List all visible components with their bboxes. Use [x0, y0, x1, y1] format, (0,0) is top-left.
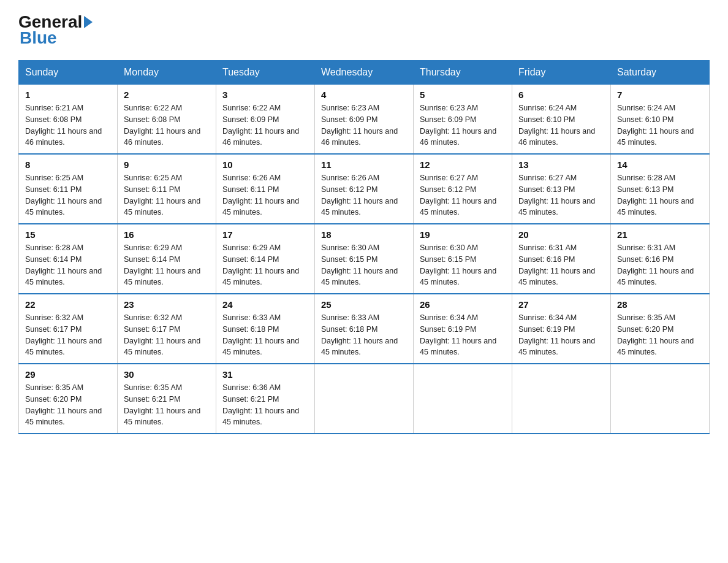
header-wednesday: Wednesday — [315, 61, 414, 85]
day-info: Sunrise: 6:35 AMSunset: 6:20 PMDaylight:… — [25, 382, 111, 428]
day-number: 27 — [518, 299, 604, 310]
calendar-cell: 19 Sunrise: 6:30 AMSunset: 6:15 PMDaylig… — [414, 224, 512, 294]
day-info: Sunrise: 6:27 AMSunset: 6:13 PMDaylight:… — [518, 172, 604, 218]
day-number: 25 — [321, 299, 407, 310]
day-info: Sunrise: 6:28 AMSunset: 6:14 PMDaylight:… — [25, 242, 111, 288]
calendar-cell: 1 Sunrise: 6:21 AMSunset: 6:08 PMDayligh… — [19, 85, 118, 155]
calendar-cell: 30 Sunrise: 6:35 AMSunset: 6:21 PMDaylig… — [118, 364, 216, 434]
calendar-cell: 5 Sunrise: 6:23 AMSunset: 6:09 PMDayligh… — [414, 85, 512, 155]
calendar-cell: 7 Sunrise: 6:24 AMSunset: 6:10 PMDayligh… — [611, 85, 710, 155]
day-number: 11 — [321, 159, 407, 170]
day-info: Sunrise: 6:24 AMSunset: 6:10 PMDaylight:… — [617, 102, 703, 148]
day-number: 8 — [25, 159, 111, 170]
calendar-cell: 27 Sunrise: 6:34 AMSunset: 6:19 PMDaylig… — [512, 294, 611, 364]
day-number: 2 — [124, 90, 210, 100]
day-number: 5 — [420, 90, 506, 100]
logo: General Blue — [18, 12, 94, 48]
logo-arrow-icon — [84, 16, 93, 28]
day-info: Sunrise: 6:27 AMSunset: 6:12 PMDaylight:… — [420, 172, 506, 218]
day-number: 24 — [222, 299, 308, 310]
day-number: 18 — [321, 229, 407, 240]
day-info: Sunrise: 6:34 AMSunset: 6:19 PMDaylight:… — [420, 312, 506, 358]
calendar-cell: 23 Sunrise: 6:32 AMSunset: 6:17 PMDaylig… — [118, 294, 216, 364]
calendar-cell: 8 Sunrise: 6:25 AMSunset: 6:11 PMDayligh… — [19, 154, 118, 224]
calendar-table: SundayMondayTuesdayWednesdayThursdayFrid… — [18, 60, 710, 434]
day-info: Sunrise: 6:32 AMSunset: 6:17 PMDaylight:… — [124, 312, 210, 358]
day-number: 7 — [617, 90, 703, 100]
day-info: Sunrise: 6:26 AMSunset: 6:12 PMDaylight:… — [321, 172, 407, 218]
day-info: Sunrise: 6:24 AMSunset: 6:10 PMDaylight:… — [518, 102, 604, 148]
day-number: 19 — [420, 229, 506, 240]
day-info: Sunrise: 6:35 AMSunset: 6:20 PMDaylight:… — [617, 312, 703, 358]
day-info: Sunrise: 6:33 AMSunset: 6:18 PMDaylight:… — [222, 312, 308, 358]
calendar-cell: 31 Sunrise: 6:36 AMSunset: 6:21 PMDaylig… — [216, 364, 315, 434]
calendar-cell: 22 Sunrise: 6:32 AMSunset: 6:17 PMDaylig… — [19, 294, 118, 364]
day-number: 22 — [25, 299, 111, 310]
calendar-cell: 25 Sunrise: 6:33 AMSunset: 6:18 PMDaylig… — [315, 294, 414, 364]
calendar-cell: 11 Sunrise: 6:26 AMSunset: 6:12 PMDaylig… — [315, 154, 414, 224]
calendar-cell: 16 Sunrise: 6:29 AMSunset: 6:14 PMDaylig… — [118, 224, 216, 294]
logo-blue-text: Blue — [18, 28, 57, 48]
calendar-cell: 3 Sunrise: 6:22 AMSunset: 6:09 PMDayligh… — [216, 85, 315, 155]
day-info: Sunrise: 6:23 AMSunset: 6:09 PMDaylight:… — [321, 102, 407, 148]
calendar-week-row: 22 Sunrise: 6:32 AMSunset: 6:17 PMDaylig… — [19, 294, 710, 364]
calendar-cell: 6 Sunrise: 6:24 AMSunset: 6:10 PMDayligh… — [512, 85, 611, 155]
calendar-cell: 12 Sunrise: 6:27 AMSunset: 6:12 PMDaylig… — [414, 154, 512, 224]
calendar-cell: 21 Sunrise: 6:31 AMSunset: 6:16 PMDaylig… — [611, 224, 710, 294]
day-info: Sunrise: 6:25 AMSunset: 6:11 PMDaylight:… — [25, 172, 111, 218]
day-info: Sunrise: 6:33 AMSunset: 6:18 PMDaylight:… — [321, 312, 407, 358]
day-info: Sunrise: 6:29 AMSunset: 6:14 PMDaylight:… — [222, 242, 308, 288]
day-number: 29 — [25, 369, 111, 380]
day-info: Sunrise: 6:31 AMSunset: 6:16 PMDaylight:… — [518, 242, 604, 288]
day-number: 12 — [420, 159, 506, 170]
day-info: Sunrise: 6:28 AMSunset: 6:13 PMDaylight:… — [617, 172, 703, 218]
calendar-cell: 28 Sunrise: 6:35 AMSunset: 6:20 PMDaylig… — [611, 294, 710, 364]
day-info: Sunrise: 6:30 AMSunset: 6:15 PMDaylight:… — [420, 242, 506, 288]
day-info: Sunrise: 6:32 AMSunset: 6:17 PMDaylight:… — [25, 312, 111, 358]
calendar-cell: 18 Sunrise: 6:30 AMSunset: 6:15 PMDaylig… — [315, 224, 414, 294]
day-info: Sunrise: 6:26 AMSunset: 6:11 PMDaylight:… — [222, 172, 308, 218]
calendar-week-row: 1 Sunrise: 6:21 AMSunset: 6:08 PMDayligh… — [19, 85, 710, 155]
calendar-week-row: 15 Sunrise: 6:28 AMSunset: 6:14 PMDaylig… — [19, 224, 710, 294]
day-number: 10 — [222, 159, 308, 170]
day-info: Sunrise: 6:30 AMSunset: 6:15 PMDaylight:… — [321, 242, 407, 288]
day-number: 6 — [518, 90, 604, 100]
calendar-cell: 29 Sunrise: 6:35 AMSunset: 6:20 PMDaylig… — [19, 364, 118, 434]
day-info: Sunrise: 6:29 AMSunset: 6:14 PMDaylight:… — [124, 242, 210, 288]
calendar-header-row: SundayMondayTuesdayWednesdayThursdayFrid… — [19, 61, 710, 85]
day-number: 21 — [617, 229, 703, 240]
day-number: 26 — [420, 299, 506, 310]
day-info: Sunrise: 6:21 AMSunset: 6:08 PMDaylight:… — [25, 102, 111, 148]
calendar-cell: 14 Sunrise: 6:28 AMSunset: 6:13 PMDaylig… — [611, 154, 710, 224]
calendar-cell: 20 Sunrise: 6:31 AMSunset: 6:16 PMDaylig… — [512, 224, 611, 294]
calendar-cell: 10 Sunrise: 6:26 AMSunset: 6:11 PMDaylig… — [216, 154, 315, 224]
calendar-week-row: 29 Sunrise: 6:35 AMSunset: 6:20 PMDaylig… — [19, 364, 710, 434]
calendar-cell: 24 Sunrise: 6:33 AMSunset: 6:18 PMDaylig… — [216, 294, 315, 364]
page-header: General Blue — [18, 12, 710, 48]
header-thursday: Thursday — [414, 61, 512, 85]
day-info: Sunrise: 6:25 AMSunset: 6:11 PMDaylight:… — [124, 172, 210, 218]
day-number: 16 — [124, 229, 210, 240]
header-tuesday: Tuesday — [216, 61, 315, 85]
calendar-cell: 17 Sunrise: 6:29 AMSunset: 6:14 PMDaylig… — [216, 224, 315, 294]
day-number: 23 — [124, 299, 210, 310]
day-number: 28 — [617, 299, 703, 310]
calendar-cell: 13 Sunrise: 6:27 AMSunset: 6:13 PMDaylig… — [512, 154, 611, 224]
day-info: Sunrise: 6:31 AMSunset: 6:16 PMDaylight:… — [617, 242, 703, 288]
calendar-cell: 2 Sunrise: 6:22 AMSunset: 6:08 PMDayligh… — [118, 85, 216, 155]
calendar-cell: 9 Sunrise: 6:25 AMSunset: 6:11 PMDayligh… — [118, 154, 216, 224]
day-number: 1 — [25, 90, 111, 100]
day-number: 30 — [124, 369, 210, 380]
calendar-cell: 26 Sunrise: 6:34 AMSunset: 6:19 PMDaylig… — [414, 294, 512, 364]
calendar-cell — [611, 364, 710, 434]
day-info: Sunrise: 6:35 AMSunset: 6:21 PMDaylight:… — [124, 382, 210, 428]
day-number: 31 — [222, 369, 308, 380]
day-number: 15 — [25, 229, 111, 240]
day-info: Sunrise: 6:34 AMSunset: 6:19 PMDaylight:… — [518, 312, 604, 358]
header-sunday: Sunday — [19, 61, 118, 85]
day-info: Sunrise: 6:22 AMSunset: 6:08 PMDaylight:… — [124, 102, 210, 148]
header-monday: Monday — [118, 61, 216, 85]
day-info: Sunrise: 6:36 AMSunset: 6:21 PMDaylight:… — [222, 382, 308, 428]
day-number: 14 — [617, 159, 703, 170]
calendar-cell — [315, 364, 414, 434]
